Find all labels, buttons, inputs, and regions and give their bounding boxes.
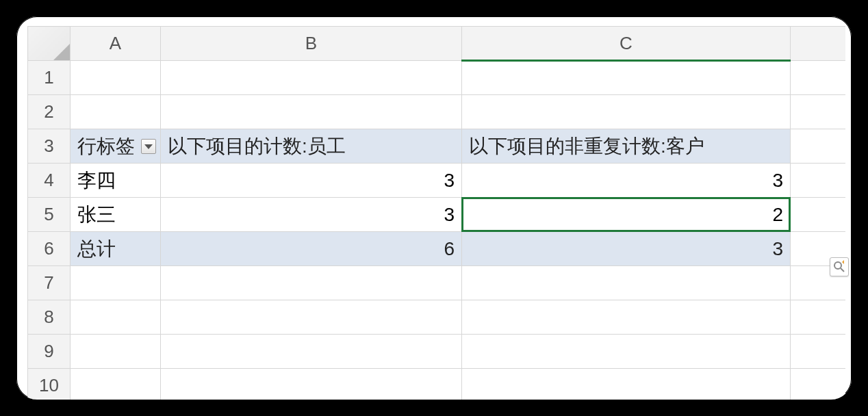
cell-B8[interactable] (161, 300, 462, 335)
cell-C2[interactable] (462, 95, 791, 129)
pivot-col-header-count[interactable]: 以下项目的计数:员工 (161, 129, 462, 164)
svg-marker-0 (53, 44, 70, 60)
column-header-A[interactable]: A (71, 27, 161, 61)
cell-D10[interactable] (791, 369, 845, 400)
pivot-col-header-distinct[interactable]: 以下项目的非重复计数:客户 (462, 129, 791, 164)
svg-line-3 (841, 268, 844, 272)
cell-B10[interactable] (161, 369, 462, 400)
cell-C1[interactable] (462, 61, 791, 95)
cell-C8[interactable] (462, 300, 791, 335)
row-header-3[interactable]: 3 (28, 129, 71, 164)
svg-marker-1 (144, 144, 153, 149)
cell-A7[interactable] (71, 266, 161, 300)
pivot-row-0-distinct[interactable]: 3 (462, 164, 791, 198)
cell-B9[interactable] (161, 335, 462, 369)
row-header-4[interactable]: 4 (28, 164, 71, 198)
cell-D3[interactable] (791, 129, 845, 164)
cell-D1[interactable] (791, 61, 845, 95)
spreadsheet-grid[interactable]: A B C 1 2 3 (27, 26, 845, 400)
cell-B2[interactable] (161, 95, 462, 129)
pivot-row-1-label[interactable]: 张三 (71, 198, 161, 232)
cell-C7[interactable] (462, 266, 791, 300)
select-all-cell[interactable] (28, 27, 71, 61)
row-header-10[interactable]: 10 (28, 369, 71, 400)
pivot-total-distinct[interactable]: 3 (462, 232, 791, 266)
pivot-row-0-label[interactable]: 李四 (71, 164, 161, 198)
cell-A2[interactable] (71, 95, 161, 129)
cell-B1[interactable] (161, 61, 462, 95)
cell-A9[interactable] (71, 335, 161, 369)
pivot-total-count[interactable]: 6 (161, 232, 462, 266)
cell-D2[interactable] (791, 95, 845, 129)
column-header-D[interactable] (791, 27, 845, 61)
row-header-9[interactable]: 9 (28, 335, 71, 369)
cell-A10[interactable] (71, 369, 161, 400)
column-header-C[interactable]: C (462, 27, 791, 61)
pivot-row-1-count[interactable]: 3 (161, 198, 462, 232)
cell-A1[interactable] (71, 61, 161, 95)
spreadsheet-frame: A B C 1 2 3 (16, 16, 852, 400)
row-header-5[interactable]: 5 (28, 198, 71, 232)
svg-point-2 (834, 262, 841, 269)
column-header-B[interactable]: B (161, 27, 462, 61)
quick-analysis-icon (832, 260, 846, 274)
cell-B7[interactable] (161, 266, 462, 300)
filter-dropdown-button[interactable] (141, 139, 156, 154)
pivot-row-label-header[interactable]: 行标签 (71, 129, 161, 164)
row-header-6[interactable]: 6 (28, 232, 71, 266)
chevron-down-icon (144, 143, 153, 150)
cell-C9[interactable] (462, 335, 791, 369)
cell-A8[interactable] (71, 300, 161, 335)
row-header-8[interactable]: 8 (28, 300, 71, 335)
cell-D4[interactable] (791, 164, 845, 198)
cell-D8[interactable] (791, 300, 845, 335)
row-header-1[interactable]: 1 (28, 61, 71, 95)
cell-D5[interactable] (791, 198, 845, 232)
row-header-7[interactable]: 7 (28, 266, 71, 300)
quick-analysis-button[interactable] (830, 257, 849, 276)
pivot-row-label-text: 行标签 (77, 133, 135, 159)
row-header-2[interactable]: 2 (28, 95, 71, 129)
cell-D9[interactable] (791, 335, 845, 369)
selected-cell[interactable]: 2 (462, 198, 791, 232)
pivot-row-0-count[interactable]: 3 (161, 164, 462, 198)
pivot-total-label[interactable]: 总计 (71, 232, 161, 266)
cell-C10[interactable] (462, 369, 791, 400)
